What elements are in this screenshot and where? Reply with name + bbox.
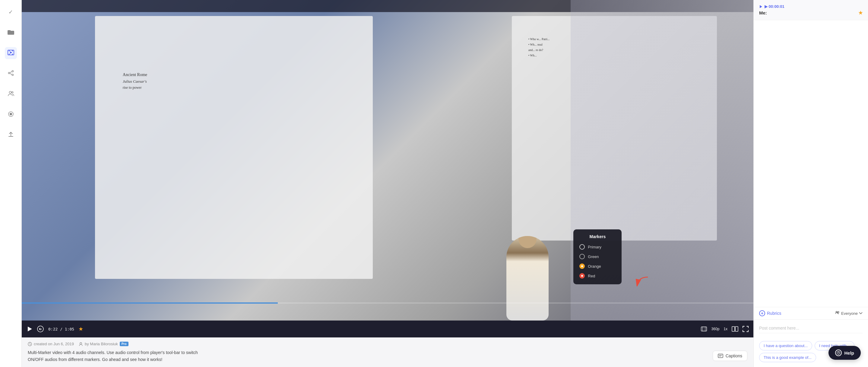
svg-rect-18 bbox=[701, 327, 707, 331]
time-separator: / bbox=[60, 327, 65, 331]
markers-popup: Markers Primary Green Orange bbox=[574, 229, 622, 284]
commenter-name: Me: bbox=[759, 10, 767, 16]
captions-button[interactable]: Captions bbox=[713, 351, 747, 361]
progress-bar-fill bbox=[22, 303, 278, 304]
svg-line-9 bbox=[10, 72, 12, 73]
layout-toggle[interactable] bbox=[732, 326, 738, 332]
whiteboard-left: Ancient Rome Julius Caesar's rise to pow… bbox=[95, 16, 373, 279]
sidebar-item-people[interactable] bbox=[5, 88, 17, 100]
sidebar-item-checkmark[interactable]: ✓ bbox=[5, 6, 17, 18]
help-bubble-icon bbox=[835, 349, 842, 356]
video-player[interactable]: Ancient Rome Julius Caesar's rise to pow… bbox=[22, 0, 753, 320]
pro-badge: Pro bbox=[120, 342, 128, 346]
svg-line-10 bbox=[10, 73, 12, 75]
svg-point-30 bbox=[838, 311, 839, 313]
right-panel: ▶ 00:00:01 Me: ★ + Rubrics Everyone bbox=[753, 0, 868, 367]
video-description: Multi-Marker video with 4 audio channels… bbox=[28, 349, 209, 363]
video-controls-bar: 15 0:22 / 1:05 ★ bbox=[22, 320, 753, 337]
progress-bar[interactable] bbox=[22, 303, 753, 304]
marker-item-orange[interactable]: Orange bbox=[576, 261, 619, 271]
quick-comment-question[interactable]: I have a question about... bbox=[759, 341, 812, 350]
svg-point-6 bbox=[12, 70, 13, 72]
comment-body bbox=[754, 20, 868, 307]
rubrics-row: + Rubrics Everyone bbox=[754, 307, 868, 320]
commenter-row: Me: ★ bbox=[759, 10, 863, 16]
people-icon bbox=[7, 91, 14, 98]
rewind-button[interactable]: 15 bbox=[37, 326, 44, 333]
svg-rect-4 bbox=[12, 54, 13, 55]
play-button[interactable] bbox=[27, 326, 33, 332]
created-date-text: created on Jun 6, 2019 bbox=[34, 342, 74, 346]
film-icon bbox=[7, 50, 14, 57]
video-section: Ancient Rome Julius Caesar's rise to pow… bbox=[22, 0, 868, 367]
time-display: 0:22 / 1:05 bbox=[48, 327, 74, 331]
whiteboard-text-line3: rise to power bbox=[123, 85, 345, 90]
help-label: Help bbox=[844, 350, 854, 356]
captions-label: Captions bbox=[726, 354, 742, 358]
video-container: Ancient Rome Julius Caesar's rise to pow… bbox=[22, 0, 753, 367]
markers-title: Markers bbox=[576, 233, 619, 242]
person-figure bbox=[506, 236, 549, 320]
record-icon bbox=[8, 111, 14, 119]
sidebar-item-folder[interactable] bbox=[5, 27, 17, 39]
svg-rect-2 bbox=[12, 50, 13, 51]
svg-point-8 bbox=[12, 74, 13, 76]
svg-point-7 bbox=[8, 72, 10, 74]
svg-point-12 bbox=[11, 91, 13, 93]
fullscreen-button[interactable] bbox=[743, 326, 749, 332]
author-text: by Maria Bilorosiuk bbox=[85, 342, 118, 346]
svg-point-24 bbox=[80, 343, 82, 344]
audio-channels-button[interactable] bbox=[701, 326, 707, 332]
current-time: 0:22 bbox=[48, 327, 58, 331]
created-date: created on Jun 6, 2019 bbox=[28, 342, 74, 346]
audience-selector[interactable]: Everyone bbox=[835, 311, 863, 316]
whiteboard-text-line1: Ancient Rome bbox=[123, 72, 345, 78]
svg-point-11 bbox=[9, 91, 11, 93]
timestamp-text: ▶ 00:00:01 bbox=[765, 4, 784, 9]
marker-label-red: Red bbox=[588, 274, 595, 278]
main-content: Ancient Rome Julius Caesar's rise to pow… bbox=[22, 0, 868, 367]
upload-icon bbox=[8, 132, 14, 139]
sidebar-item-film[interactable] bbox=[5, 47, 17, 59]
sidebar-item-record[interactable] bbox=[5, 109, 17, 121]
sidebar-item-share[interactable] bbox=[5, 67, 17, 80]
comment-placeholder[interactable]: Post comment here... bbox=[759, 323, 863, 333]
svg-rect-21 bbox=[732, 327, 735, 331]
marker-item-primary[interactable]: Primary bbox=[576, 242, 619, 252]
share-icon bbox=[8, 70, 14, 78]
rubrics-button[interactable]: + Rubrics bbox=[759, 310, 781, 316]
controls-right: 360p 1x bbox=[701, 326, 749, 332]
quality-selector[interactable]: 360p bbox=[711, 327, 720, 331]
rubrics-label: Rubrics bbox=[767, 311, 781, 316]
audience-label: Everyone bbox=[841, 311, 858, 316]
marker-label-green: Green bbox=[588, 254, 599, 259]
marker-label-primary: Primary bbox=[588, 245, 601, 249]
bookmark-star[interactable]: ★ bbox=[79, 326, 83, 332]
quick-comment-question-label: I have a question about... bbox=[764, 343, 808, 348]
video-frame: Ancient Rome Julius Caesar's rise to pow… bbox=[22, 0, 753, 320]
help-button[interactable]: Help bbox=[829, 346, 861, 360]
sidebar-item-upload[interactable] bbox=[5, 129, 17, 141]
author-info: by Maria Bilorosiuk Pro bbox=[79, 342, 128, 346]
marker-item-red[interactable]: Red bbox=[576, 271, 619, 281]
svg-point-32 bbox=[838, 354, 839, 354]
marker-circle-red bbox=[579, 273, 585, 279]
svg-point-14 bbox=[10, 113, 12, 115]
video-info: created on Jun 6, 2019 by Maria Bilorosi… bbox=[22, 337, 753, 367]
marker-circle-green bbox=[579, 254, 585, 259]
whiteboard-text-line2: Julius Caesar's bbox=[123, 79, 345, 85]
svg-marker-28 bbox=[760, 5, 762, 8]
video-meta: created on Jun 6, 2019 by Maria Bilorosi… bbox=[28, 342, 747, 346]
marker-item-green[interactable]: Green bbox=[576, 252, 619, 261]
comment-input-area: Post comment here... bbox=[754, 320, 868, 341]
folder-icon bbox=[7, 29, 14, 36]
marker-circle-orange bbox=[579, 263, 585, 269]
marker-label-orange: Orange bbox=[588, 264, 601, 269]
total-time: 1:05 bbox=[65, 327, 74, 331]
speed-selector[interactable]: 1x bbox=[723, 327, 727, 331]
quick-comment-example-label: This is a good example of... bbox=[764, 355, 812, 360]
comment-header: ▶ 00:00:01 Me: ★ bbox=[754, 0, 868, 20]
quick-comment-example[interactable]: This is a good example of... bbox=[759, 353, 816, 362]
svg-rect-25 bbox=[718, 354, 723, 358]
checkmark-icon: ✓ bbox=[8, 9, 13, 16]
